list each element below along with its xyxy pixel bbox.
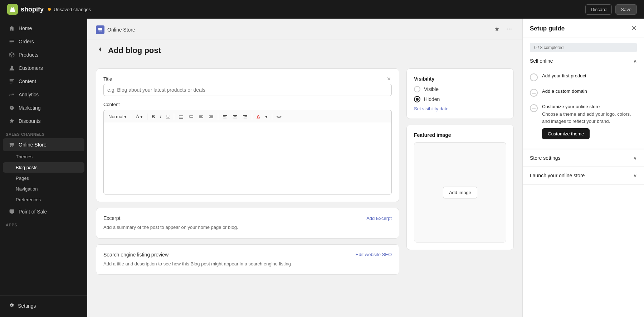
- svg-rect-6: [10, 83, 12, 83]
- page-title-bar: Add blog post: [96, 45, 514, 56]
- svg-rect-12: [180, 115, 183, 116]
- toolbar-indent-right[interactable]: [207, 113, 215, 120]
- svg-rect-20: [190, 117, 193, 117]
- title-input[interactable]: [103, 84, 392, 96]
- svg-rect-3: [10, 79, 14, 80]
- sidebar-item-marketing[interactable]: Marketing: [3, 101, 84, 114]
- sidebar-sub-item-pages[interactable]: Pages: [3, 173, 84, 183]
- home-icon: [9, 25, 15, 32]
- indent-left-icon: [199, 114, 204, 119]
- seo-title: Search engine listing preview: [103, 252, 169, 258]
- launch-store-chevron: ∨: [633, 173, 637, 178]
- add-excerpt-button[interactable]: Add Excerpt: [366, 216, 392, 221]
- setup-close-button[interactable]: [631, 25, 637, 33]
- sidebar-label-orders: Orders: [19, 39, 34, 44]
- toolbar-code[interactable]: <>: [275, 113, 283, 120]
- toolbar-font-select[interactable]: Normal ▾: [107, 113, 128, 120]
- toolbar-italic[interactable]: I: [158, 113, 163, 120]
- shopify-logo-text: shopify: [21, 6, 44, 13]
- marketing-icon: [9, 105, 15, 111]
- sidebar-item-analytics[interactable]: Analytics: [3, 88, 84, 101]
- excerpt-card: Excerpt Add Excerpt Add a summary of the…: [96, 208, 399, 239]
- setup-item-custom-domain: Add a custom domain: [530, 85, 637, 100]
- setup-panel: Setup guide 0 / 8 completed Sell online …: [522, 19, 644, 317]
- launch-store-section[interactable]: Launch your online store ∨: [523, 167, 644, 184]
- seo-description: Add a title and description to see how t…: [103, 260, 392, 268]
- svg-rect-0: [10, 40, 14, 40]
- toolbar-align-left[interactable]: [221, 113, 229, 120]
- ol-icon: 1.2.: [189, 114, 194, 119]
- svg-rect-7: [10, 210, 14, 213]
- sidebar-sub-item-navigation[interactable]: Navigation: [3, 184, 84, 194]
- featured-image-card: Featured image Add image: [406, 125, 514, 250]
- setup-item-customize-row: Customize your online store Choose a the…: [530, 104, 637, 139]
- toolbar-sep-2: [147, 114, 147, 120]
- sell-online-header[interactable]: Sell online ∧: [523, 52, 644, 69]
- products-icon: [9, 52, 15, 58]
- toolbar-ordered-list[interactable]: 1.2.: [187, 113, 195, 120]
- setup-title: Setup guide: [530, 25, 565, 32]
- header-actions: [492, 24, 514, 35]
- setup-item-title-custom-domain[interactable]: Add a custom domain: [542, 88, 637, 94]
- font-size-label: A: [136, 114, 140, 120]
- title-label-text: Title: [103, 76, 112, 82]
- add-image-button[interactable]: Add image: [443, 187, 477, 198]
- sidebar-item-discounts[interactable]: Discounts: [3, 115, 84, 128]
- sidebar-settings[interactable]: Settings: [3, 299, 84, 312]
- visibility-options: Visible Hidden: [414, 86, 506, 102]
- discard-button[interactable]: Discard: [585, 4, 612, 15]
- toolbar-align-right[interactable]: [241, 113, 249, 120]
- sidebar-sub-label-blog-posts: Blog posts: [16, 165, 38, 170]
- setup-item-title-first-product[interactable]: Add your first product: [542, 73, 637, 78]
- sidebar-item-home[interactable]: Home: [3, 22, 84, 35]
- sidebar-label-products: Products: [19, 52, 38, 58]
- edit-seo-button[interactable]: Edit website SEO: [356, 252, 392, 257]
- sidebar-item-customers[interactable]: Customers: [3, 62, 84, 75]
- sidebar-footer: Settings: [0, 296, 87, 317]
- setup-progress: 0 / 8 completed: [530, 43, 637, 52]
- setup-item-content-custom-domain: Add a custom domain: [542, 88, 637, 94]
- setup-item-content-first-product: Add your first product: [542, 73, 637, 78]
- toolbar-sep-5: [252, 114, 252, 120]
- sidebar-item-point-of-sale[interactable]: Point of Sale: [3, 205, 84, 218]
- discounts-icon: [9, 118, 15, 124]
- toolbar-align-center[interactable]: [231, 113, 239, 120]
- clear-icon[interactable]: [386, 76, 392, 82]
- toolbar-indent-left[interactable]: [197, 113, 205, 120]
- sidebar-sub-item-blog-posts[interactable]: Blog posts: [3, 162, 84, 173]
- sidebar-sub-item-themes[interactable]: Themes: [3, 152, 84, 162]
- visibility-hidden[interactable]: Hidden: [414, 96, 506, 102]
- more-button[interactable]: [504, 24, 514, 35]
- pin-button[interactable]: [492, 24, 502, 35]
- setup-item-circle-custom-domain: [530, 89, 538, 97]
- toolbar-bold[interactable]: B: [150, 113, 157, 120]
- sidebar-sub-label-themes: Themes: [16, 154, 33, 159]
- sidebar-item-content[interactable]: Content: [3, 75, 84, 88]
- toolbar-font-size[interactable]: A ▾: [134, 112, 145, 121]
- editor-area[interactable]: [103, 123, 392, 194]
- sidebar-item-orders[interactable]: Orders: [3, 35, 84, 48]
- visibility-visible[interactable]: Visible: [414, 86, 506, 92]
- setup-item-first-product: Add your first product: [530, 69, 637, 85]
- set-visibility-date-button[interactable]: Set visibility date: [414, 106, 449, 111]
- toolbar-unordered-list[interactable]: [177, 113, 185, 120]
- save-button[interactable]: Save: [615, 4, 637, 15]
- store-settings-chevron: ∨: [633, 155, 637, 161]
- excerpt-description: Add a summary of the post to appear on y…: [103, 224, 392, 231]
- sidebar-sub-label-pages: Pages: [16, 176, 29, 181]
- svg-rect-25: [234, 116, 236, 117]
- back-button[interactable]: [96, 45, 104, 56]
- toolbar-underline[interactable]: U: [165, 113, 171, 120]
- sidebar-sub-item-preferences[interactable]: Preferences: [3, 194, 84, 205]
- svg-point-10: [511, 29, 512, 30]
- svg-text:2.: 2.: [189, 116, 190, 118]
- store-settings-section[interactable]: Store settings ∨: [523, 149, 644, 167]
- setup-item-title-customize[interactable]: Customize your online store: [542, 104, 637, 109]
- sidebar-item-online-store[interactable]: Online Store: [3, 138, 84, 151]
- svg-rect-18: [190, 115, 193, 116]
- toolbar-dropdown-more[interactable]: ▾: [263, 113, 269, 120]
- sidebar-item-products[interactable]: Products: [3, 48, 84, 61]
- customize-theme-button[interactable]: Customize theme: [542, 128, 590, 139]
- shopify-logo-icon: [7, 4, 18, 15]
- toolbar-font-color[interactable]: A: [255, 113, 262, 120]
